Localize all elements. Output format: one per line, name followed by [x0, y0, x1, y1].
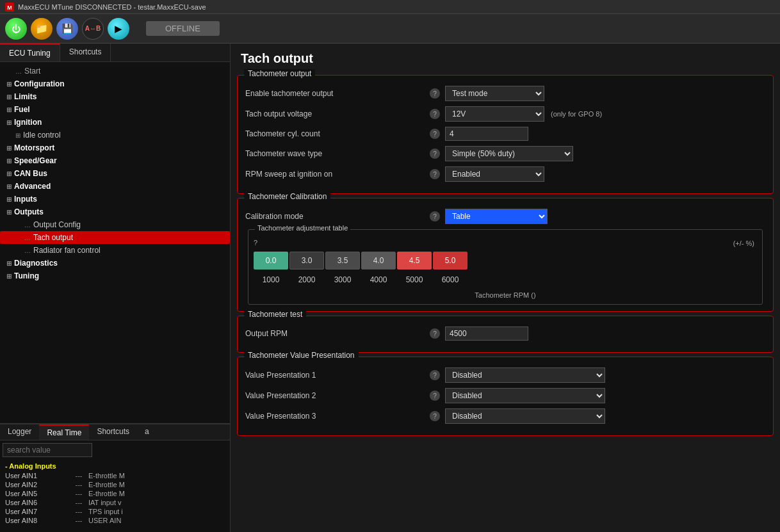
- sidebar-item-output-config[interactable]: …Output Config: [0, 218, 230, 231]
- tree: …Start ⊞Configuration ⊞Limits ⊞Fuel ⊞Ign…: [0, 62, 230, 423]
- section-value-presentation: Tachometer Value Presentation Value Pres…: [237, 357, 774, 436]
- help-output-rpm[interactable]: ?: [430, 328, 440, 339]
- sidebar-item-limits[interactable]: ⊞Limits: [0, 90, 230, 103]
- select-wave-type[interactable]: Simple (50% duty) Complex: [445, 146, 573, 161]
- table-cell-3[interactable]: 4.0: [361, 252, 396, 270]
- list-item[interactable]: User AIN6 --- IAT input v: [0, 498, 230, 507]
- content: Tach output Tachometer output Enable tac…: [231, 44, 780, 532]
- section-content-calibration: Calibration mode ? Table Off Formula Tac…: [238, 198, 773, 311]
- main-layout: ECU Tuning Shortcuts …Start ⊞Configurati…: [0, 44, 780, 532]
- folder-button[interactable]: 📁: [31, 18, 53, 40]
- help-vp3[interactable]: ?: [430, 411, 440, 421]
- table-cell-5[interactable]: 5.0: [433, 252, 467, 270]
- tab-realtime[interactable]: Real Time: [39, 424, 89, 440]
- calibration-table-title: Tachometer adjustment table: [255, 224, 350, 232]
- save-button[interactable]: 💾: [56, 18, 78, 40]
- window-title: MaxxECU MTune DISCONNECTED - testar.Maxx…: [18, 3, 206, 11]
- play-button[interactable]: ▶: [108, 18, 129, 40]
- sidebar-item-tuning[interactable]: ⊞Tuning: [0, 270, 230, 282]
- table-cell-empty: [469, 252, 503, 270]
- sidebar-item-diagnostics[interactable]: ⊞Diagnostics: [0, 257, 230, 270]
- tab-logger[interactable]: Logger: [0, 424, 39, 440]
- sidebar-item-speed-gear[interactable]: ⊞Speed/Gear: [0, 154, 230, 167]
- table-rpm-5: 6000: [433, 271, 467, 289]
- form-row-vp1: Value Presentation 1 ? Disabled: [245, 367, 765, 383]
- power-icon: ⏻: [12, 24, 20, 34]
- help-cyl-count[interactable]: ?: [430, 129, 440, 139]
- select-rpm-sweep[interactable]: Enabled Disabled: [445, 166, 544, 182]
- help-vp1[interactable]: ?: [430, 370, 440, 380]
- sidebar-item-tach-output[interactable]: …Tach output: [0, 231, 230, 244]
- section-tachometer-test: Tachometer test Output RPM ?: [237, 316, 774, 353]
- sidebar-item-inputs[interactable]: ⊞Inputs: [0, 193, 230, 206]
- sidebar-item-idle-control[interactable]: ⊞Idle control: [0, 129, 230, 141]
- table-grid-rpms: 1000 2000 3000 4000 5000 6000: [254, 271, 757, 289]
- list-item[interactable]: User AIN7 --- TPS input i: [0, 507, 230, 516]
- table-cell-0[interactable]: 0.0: [254, 252, 288, 270]
- help-enable-tach[interactable]: ?: [430, 88, 440, 99]
- sidebar-item-fuel[interactable]: ⊞Fuel: [0, 103, 230, 116]
- help-tach-voltage[interactable]: ?: [430, 109, 440, 119]
- table-cell-2[interactable]: 3.5: [325, 252, 360, 270]
- section-label-value-presentation: Tachometer Value Presentation: [244, 351, 359, 360]
- tab-shortcuts-bottom[interactable]: Shortcuts: [89, 424, 137, 440]
- tab-a[interactable]: a: [137, 424, 157, 440]
- table-rpm-empty: [469, 271, 503, 289]
- sidebar-item-outputs[interactable]: ⊞Outputs: [0, 206, 230, 218]
- table-cell-4[interactable]: 4.5: [397, 252, 432, 270]
- input-output-rpm[interactable]: [445, 326, 528, 341]
- help-wave-type[interactable]: ?: [430, 149, 440, 159]
- sidebar-item-configuration[interactable]: ⊞Configuration: [0, 77, 230, 90]
- search-input[interactable]: [3, 443, 92, 457]
- ab-button[interactable]: A↔B: [82, 18, 104, 40]
- help-adj-table[interactable]: ?: [254, 239, 257, 246]
- list-item[interactable]: User AIN1 --- E-throttle M: [0, 471, 230, 480]
- tab-ecu-tuning[interactable]: ECU Tuning: [0, 44, 60, 61]
- app-icon: M: [5, 3, 14, 12]
- signal-category-analog: - Analog Inputs: [0, 461, 230, 471]
- toolbar: ⏻ 📁 💾 A↔B ▶ OFFLINE: [0, 14, 780, 44]
- save-icon: 💾: [61, 23, 74, 35]
- sidebar-item-motorsport[interactable]: ⊞Motorsport: [0, 141, 230, 154]
- tab-shortcuts[interactable]: Shortcuts: [60, 44, 111, 61]
- form-row-vp2: Value Presentation 2 ? Disabled: [245, 388, 765, 403]
- ab-icon: A↔B: [85, 25, 101, 32]
- section-content-value-presentation: Value Presentation 1 ? Disabled Value Pr…: [238, 357, 773, 435]
- sidebar-item-ignition[interactable]: ⊞Ignition: [0, 116, 230, 129]
- label-cyl-count: Tachometer cyl. count: [245, 129, 425, 138]
- sidebar-item-start[interactable]: …Start: [0, 65, 230, 77]
- sidebar-item-can-bus[interactable]: ⊞CAN Bus: [0, 167, 230, 180]
- table-rpm-4: 5000: [397, 271, 432, 289]
- page-title: Tach output: [231, 44, 780, 71]
- input-cyl-count[interactable]: [445, 127, 528, 141]
- folder-icon: 📁: [35, 22, 48, 35]
- green-button[interactable]: ⏻: [5, 18, 27, 40]
- form-row-cyl-count: Tachometer cyl. count ?: [245, 127, 765, 141]
- list-item[interactable]: User AIN5 --- E-throttle M: [0, 489, 230, 498]
- select-vp1[interactable]: Disabled: [445, 367, 605, 383]
- list-item[interactable]: User AIN8 --- USER AIN: [0, 516, 230, 525]
- label-output-rpm: Output RPM: [245, 329, 425, 338]
- select-vp2[interactable]: Disabled: [445, 388, 605, 403]
- section-tachometer-output: Tachometer output Enable tachometer outp…: [237, 75, 774, 194]
- help-rpm-sweep[interactable]: ?: [430, 169, 440, 179]
- help-vp2[interactable]: ?: [430, 391, 440, 401]
- select-enable-tach[interactable]: Test mode Disabled Enabled: [445, 86, 544, 101]
- select-calibration-mode[interactable]: Table Off Formula: [445, 209, 548, 224]
- select-tach-voltage[interactable]: 12V 5V: [445, 106, 544, 122]
- label-wave-type: Tachometer wave type: [245, 149, 425, 158]
- table-cell-1[interactable]: 3.0: [289, 252, 324, 270]
- sidebar-item-radiator-fan[interactable]: …Radiator fan control: [0, 244, 230, 257]
- section-content-tachometer-output: Enable tachometer output ? Test mode Dis…: [238, 76, 773, 193]
- select-vp3[interactable]: Disabled: [445, 408, 605, 424]
- list-item[interactable]: User AIN2 --- E-throttle M: [0, 480, 230, 489]
- help-calibration-mode[interactable]: ?: [430, 211, 440, 222]
- titlebar: M MaxxECU MTune DISCONNECTED - testar.Ma…: [0, 0, 780, 14]
- section-tachometer-calibration: Tachometer Calibration Calibration mode …: [237, 198, 774, 312]
- signal-list: - Analog Inputs User AIN1 --- E-throttle…: [0, 460, 230, 532]
- sidebar-item-advanced[interactable]: ⊞Advanced: [0, 180, 230, 193]
- sidebar: ECU Tuning Shortcuts …Start ⊞Configurati…: [0, 44, 231, 532]
- table-x-label: Tachometer RPM (): [254, 291, 757, 299]
- search-area: [0, 440, 230, 460]
- label-rpm-sweep: RPM sweep at ignition on: [245, 170, 425, 179]
